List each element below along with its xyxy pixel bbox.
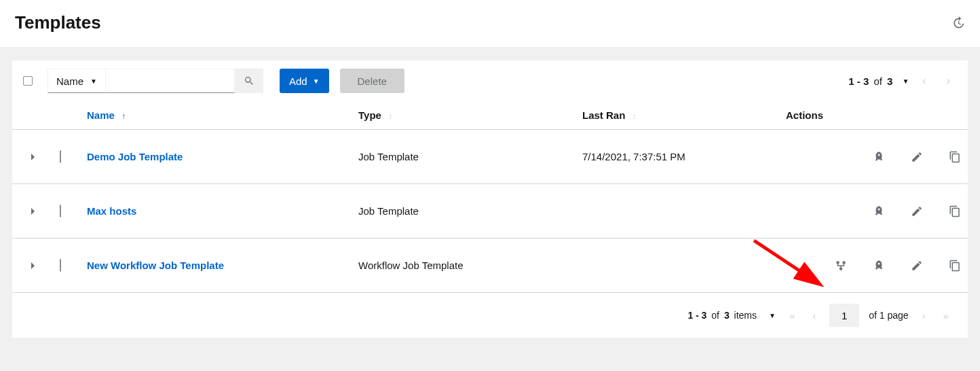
template-name-link[interactable]: Max hosts bbox=[87, 205, 136, 217]
row-checkbox[interactable] bbox=[60, 259, 61, 272]
page-title: Templates bbox=[15, 12, 101, 33]
edit-icon[interactable] bbox=[911, 151, 923, 163]
visualizer-icon[interactable] bbox=[835, 260, 847, 272]
copy-icon[interactable] bbox=[949, 260, 961, 272]
column-header-name[interactable]: Name bbox=[87, 109, 115, 121]
sort-icon: ↕ bbox=[388, 111, 392, 121]
filter-input[interactable] bbox=[106, 69, 235, 93]
template-type-cell: Job Template bbox=[352, 130, 576, 184]
add-button-label: Add bbox=[289, 75, 307, 87]
copy-icon[interactable] bbox=[949, 205, 961, 217]
delete-button-label: Delete bbox=[358, 75, 387, 87]
launch-icon[interactable] bbox=[873, 151, 885, 163]
svg-point-0 bbox=[836, 261, 840, 264]
caret-down-icon: ▼ bbox=[313, 77, 320, 85]
row-checkbox[interactable] bbox=[60, 205, 61, 217]
edit-icon[interactable] bbox=[911, 260, 923, 272]
pager-prev-button[interactable]: ‹ bbox=[808, 310, 820, 321]
expand-row-toggle[interactable] bbox=[31, 154, 35, 160]
bottom-pager-count: 1 - 3 of 3 items bbox=[687, 310, 757, 321]
svg-point-1 bbox=[842, 261, 846, 264]
template-name-link[interactable]: Demo Job Template bbox=[87, 151, 183, 162]
search-icon bbox=[244, 75, 255, 86]
pager-first-button[interactable]: « bbox=[785, 310, 799, 321]
template-last-ran-cell bbox=[576, 238, 779, 293]
page-suffix-label: of 1 page bbox=[869, 310, 908, 321]
pager-range: 1 - 3 of 3 bbox=[848, 75, 892, 87]
table-row: Demo Job TemplateJob Template7/14/2021, … bbox=[12, 130, 968, 184]
pager-last-button[interactable]: » bbox=[939, 310, 953, 321]
row-checkbox[interactable] bbox=[60, 150, 61, 163]
template-type-cell: Job Template bbox=[352, 184, 576, 238]
template-last-ran-cell bbox=[576, 184, 779, 238]
items-per-page-dropdown[interactable]: ▼ bbox=[769, 312, 776, 319]
column-header-type[interactable]: Type bbox=[358, 109, 381, 121]
svg-point-2 bbox=[840, 267, 843, 270]
select-all-checkbox[interactable] bbox=[23, 76, 33, 86]
search-button[interactable] bbox=[235, 69, 263, 93]
history-icon[interactable] bbox=[951, 16, 965, 30]
launch-icon[interactable] bbox=[873, 260, 885, 272]
filter-type-label: Name bbox=[56, 75, 83, 87]
sort-ascending-icon: ↑ bbox=[121, 111, 126, 121]
pager-next-button[interactable]: › bbox=[940, 75, 957, 87]
launch-icon[interactable] bbox=[873, 205, 885, 217]
pager-prev-button[interactable]: ‹ bbox=[916, 75, 932, 87]
expand-row-toggle[interactable] bbox=[31, 262, 35, 269]
caret-down-icon: ▼ bbox=[90, 77, 97, 85]
add-button[interactable]: Add ▼ bbox=[280, 69, 329, 93]
copy-icon[interactable] bbox=[949, 151, 961, 163]
per-page-dropdown[interactable]: ▼ bbox=[902, 77, 909, 85]
filter-type-dropdown[interactable]: Name ▼ bbox=[48, 69, 106, 93]
template-type-cell: Workflow Job Template bbox=[352, 238, 576, 293]
pager-next-button[interactable]: › bbox=[918, 310, 930, 321]
table-row: New Workflow Job TemplateWorkflow Job Te… bbox=[12, 238, 968, 293]
template-last-ran-cell: 7/14/2021, 7:37:51 PM bbox=[576, 130, 779, 184]
edit-icon[interactable] bbox=[911, 205, 923, 217]
template-name-link[interactable]: New Workflow Job Template bbox=[87, 260, 224, 271]
page-number-input[interactable] bbox=[829, 304, 859, 327]
column-header-last-ran[interactable]: Last Ran bbox=[582, 109, 625, 121]
sort-icon: ↕ bbox=[633, 111, 637, 121]
delete-button: Delete bbox=[340, 69, 404, 93]
column-header-actions: Actions bbox=[779, 101, 968, 130]
expand-row-toggle[interactable] bbox=[31, 208, 35, 215]
table-row: Max hostsJob Template bbox=[12, 184, 968, 238]
